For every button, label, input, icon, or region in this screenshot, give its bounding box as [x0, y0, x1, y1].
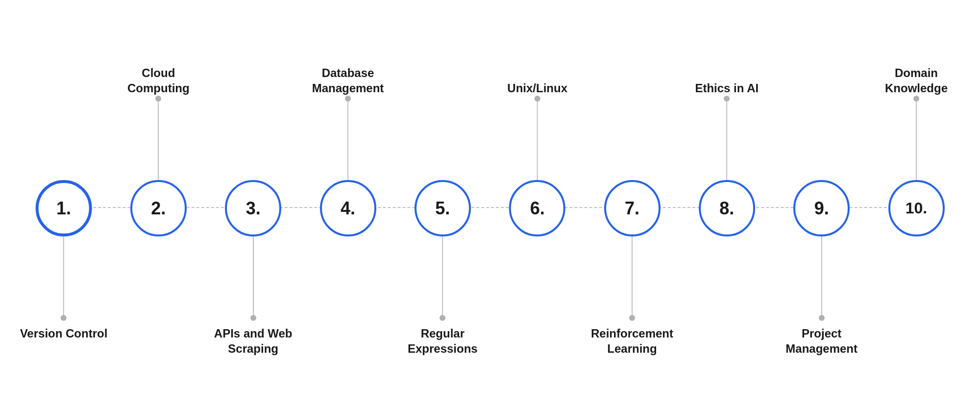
circle-4[interactable]: 4.: [320, 180, 376, 236]
label-above-10: Domain Knowledge: [885, 61, 948, 96]
vline-up-6: [537, 102, 538, 180]
node-2: Cloud Computing2.: [109, 61, 207, 236]
circle-6[interactable]: 6.: [509, 180, 565, 236]
label-above-4: Database Management: [299, 61, 397, 96]
dot-below-1: [61, 315, 67, 321]
vline-up-8: [726, 102, 727, 180]
dot-below-7: [629, 315, 635, 321]
circle-8[interactable]: 8.: [699, 180, 755, 236]
label-below-5: Regular Expressions: [393, 326, 491, 356]
dot-above-6: [535, 96, 540, 102]
vline-up-2: [158, 102, 159, 180]
vline-up-4: [347, 102, 348, 180]
timeline-diagram: 1.Version ControlCloud Computing2.3.APIs…: [24, 17, 956, 399]
label-below-7: Reinforcement Learning: [583, 326, 681, 356]
label-above-8: Ethics in AI: [695, 61, 759, 96]
label-above-6: Unix/Linux: [507, 61, 567, 96]
dot-below-9: [819, 315, 825, 321]
vline-up-10: [916, 102, 917, 180]
circle-7[interactable]: 7.: [604, 180, 661, 236]
vline-down-1: [63, 236, 64, 315]
circle-10[interactable]: 10.: [888, 180, 944, 236]
circle-1[interactable]: 1.: [36, 180, 92, 236]
dot-above-10: [913, 96, 919, 102]
label-below-9: Project Management: [773, 326, 871, 356]
node-10: Domain Knowledge10.: [885, 61, 948, 236]
dot-above-4: [345, 96, 351, 102]
dot-above-8: [724, 96, 730, 102]
node-9: 9.Project Management: [773, 61, 871, 356]
label-below-3: APIs and Web Scraping: [204, 326, 302, 356]
label-above-2: Cloud Computing: [109, 61, 207, 96]
node-5: 5.Regular Expressions: [393, 61, 491, 356]
node-1: 1.Version Control: [20, 61, 108, 341]
node-8: Ethics in AI8.: [695, 61, 759, 236]
circle-9[interactable]: 9.: [793, 180, 850, 236]
vline-down-3: [253, 236, 254, 315]
node-3: 3.APIs and Web Scraping: [204, 61, 302, 356]
vline-down-5: [442, 236, 443, 315]
circle-2[interactable]: 2.: [130, 180, 187, 236]
vline-down-7: [632, 236, 633, 315]
circle-5[interactable]: 5.: [415, 180, 471, 236]
label-below-1: Version Control: [20, 326, 108, 341]
dot-below-5: [440, 315, 445, 321]
vline-down-9: [821, 236, 822, 315]
dot-above-2: [155, 96, 161, 102]
circle-3[interactable]: 3.: [225, 180, 281, 236]
node-6: Unix/Linux6.: [507, 61, 567, 236]
node-7: 7.Reinforcement Learning: [583, 61, 681, 356]
node-4: Database Management4.: [299, 61, 397, 236]
dot-below-3: [250, 315, 256, 321]
